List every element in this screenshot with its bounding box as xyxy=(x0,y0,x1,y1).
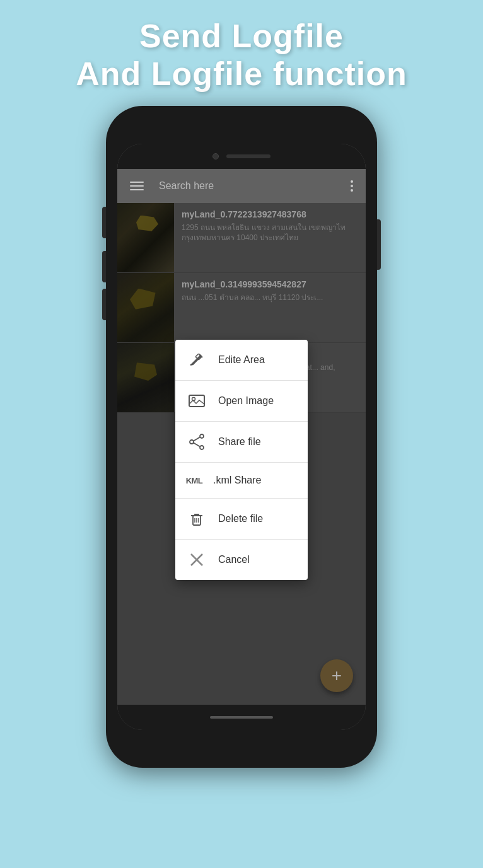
hamburger-icon[interactable] xyxy=(127,179,146,193)
menu-item-image[interactable]: Open Image xyxy=(175,381,308,422)
app-toolbar: Search here xyxy=(117,169,366,203)
menu-label-delete: Delete file xyxy=(218,513,263,524)
svg-rect-1 xyxy=(189,395,204,407)
svg-point-4 xyxy=(200,446,204,449)
menu-label-edit: Edite Area xyxy=(218,354,265,366)
menu-item-edit[interactable]: Edite Area xyxy=(175,340,308,381)
list-area: myLand_0.7722313927483768 1295 ถนน พหลโย… xyxy=(117,203,366,705)
menu-item-cancel[interactable]: Cancel xyxy=(175,540,308,580)
kml-icon: KML xyxy=(185,472,203,489)
menu-item-share[interactable]: Share file xyxy=(175,422,308,463)
page-title: Send Logfile And Logfile function xyxy=(57,0,426,106)
search-field[interactable]: Search here xyxy=(154,178,340,194)
delete-icon xyxy=(185,507,208,530)
speaker-bar xyxy=(226,154,271,158)
image-icon xyxy=(185,390,208,412)
phone-wrapper: Search here myLand_0.7722313927483768 12… xyxy=(106,106,377,768)
menu-label-cancel: Cancel xyxy=(218,554,250,565)
menu-item-delete[interactable]: Delete file xyxy=(175,499,308,540)
svg-point-5 xyxy=(190,440,194,444)
context-menu: Edite Area Open Im xyxy=(175,340,308,580)
menu-item-kml[interactable]: KML .kml Share xyxy=(175,463,308,499)
context-menu-overlay: Edite Area Open Im xyxy=(117,203,366,705)
svg-line-6 xyxy=(194,437,200,441)
menu-label-kml: .kml Share xyxy=(213,475,261,486)
svg-point-3 xyxy=(200,434,204,438)
home-indicator xyxy=(210,716,273,719)
bottom-bar xyxy=(117,705,366,730)
svg-line-7 xyxy=(194,443,200,447)
cancel-icon xyxy=(185,548,208,571)
more-icon[interactable] xyxy=(348,178,356,194)
front-camera xyxy=(212,153,219,159)
menu-label-image: Open Image xyxy=(218,395,274,407)
phone-screen: Search here myLand_0.7722313927483768 12… xyxy=(117,144,366,730)
share-icon xyxy=(185,431,208,453)
edit-icon xyxy=(185,349,208,371)
menu-label-share: Share file xyxy=(218,436,261,448)
notch-area xyxy=(117,144,366,169)
phone-outer: Search here myLand_0.7722313927483768 12… xyxy=(106,106,377,768)
